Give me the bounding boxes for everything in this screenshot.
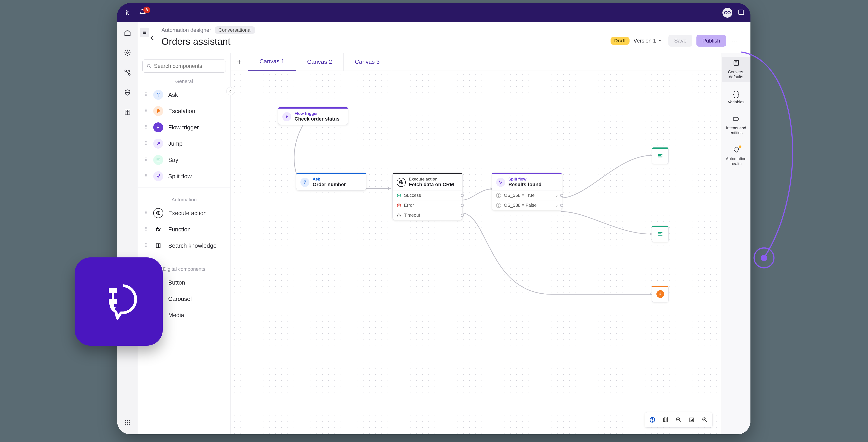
outcome-error[interactable]: Error	[393, 200, 462, 210]
chevron-right-icon: ›	[556, 203, 558, 208]
version-select[interactable]: Version 1	[633, 37, 662, 44]
bolt-icon	[282, 112, 291, 121]
branch-false[interactable]: 2 OS_338 = False ›	[492, 200, 562, 210]
page-header: Automation designer Conversational Order…	[138, 22, 750, 53]
rail-convers-defaults[interactable]: Convers. defaults	[722, 57, 750, 82]
svg-point-21	[147, 64, 150, 67]
drag-handle-icon: ⠿	[144, 173, 148, 179]
tab-canvas-3[interactable]: Canvas 3	[344, 53, 391, 70]
notifications-button[interactable]: 8	[139, 9, 146, 17]
search-field[interactable]	[154, 63, 221, 69]
svg-point-17	[129, 422, 130, 423]
svg-point-55	[652, 421, 653, 421]
svg-line-46	[399, 215, 400, 216]
node-trigger-stub[interactable]	[652, 286, 669, 302]
add-canvas-button[interactable]: +	[230, 53, 248, 70]
rail-intents[interactable]: Intents and entities	[722, 113, 750, 138]
error-icon	[397, 203, 401, 208]
rail-flows[interactable]	[123, 68, 132, 77]
minimap-button[interactable]	[659, 414, 672, 426]
svg-point-16	[127, 422, 128, 423]
palette-item-escalation[interactable]: ⠿ Escalation	[143, 103, 226, 119]
drag-handle-icon: ⠿	[144, 141, 148, 147]
rail-health[interactable]: Automation health	[722, 144, 750, 169]
palette-item-flow-trigger[interactable]: ⠿ Flow trigger	[143, 119, 226, 136]
page-title: Orders assistant	[161, 36, 255, 47]
node-flow-trigger[interactable]: Flow trigger Check order status	[278, 107, 348, 125]
function-icon: fx	[153, 225, 163, 234]
rail-variables[interactable]: { } Variables	[722, 88, 750, 108]
breadcrumb-chip[interactable]: Conversational	[215, 26, 255, 34]
app-logo[interactable]: it	[123, 8, 131, 17]
clock-icon	[397, 213, 401, 217]
zoom-out-button[interactable]	[673, 414, 685, 426]
svg-line-22	[150, 67, 151, 68]
help-button[interactable]	[646, 414, 658, 426]
escalation-icon	[153, 106, 163, 116]
rail-settings[interactable]	[123, 48, 132, 57]
breadcrumb: Automation designer Conversational	[161, 26, 255, 34]
tab-canvas-2[interactable]: Canvas 2	[296, 53, 344, 70]
palette-item-jump[interactable]: ⠿ Jump	[143, 136, 226, 152]
bolt-icon	[656, 290, 664, 298]
drag-handle-icon: ⠿	[144, 157, 148, 163]
number-1-icon: 1	[496, 193, 501, 198]
outcome-timeout[interactable]: Timeout	[393, 210, 462, 220]
node-split-flow[interactable]: Split flow Results found 1 OS_358 = True…	[492, 173, 562, 210]
rail-collapse-button[interactable]	[140, 28, 149, 37]
palette-item-ask[interactable]: ⠿ ? Ask	[143, 87, 226, 103]
save-button[interactable]: Save	[669, 35, 692, 47]
panel-toggle-icon[interactable]	[738, 9, 745, 17]
svg-point-15	[125, 422, 126, 423]
arrow-icon	[153, 139, 163, 149]
palette-item-split-flow[interactable]: ⠿ Split flow	[143, 168, 226, 184]
zoom-in-button[interactable]	[699, 414, 711, 426]
tab-canvas-1[interactable]: Canvas 1	[248, 53, 296, 70]
flow-canvas[interactable]: Flow trigger Check order status ?	[230, 71, 721, 434]
palette-item-execute-action[interactable]: ⠿ Execute action	[143, 205, 226, 221]
search-input[interactable]	[143, 59, 226, 72]
palette-item-function[interactable]: ⠿ fx Function	[143, 221, 226, 237]
breadcrumb-parent[interactable]: Automation designer	[161, 27, 211, 33]
outcome-success[interactable]: Success	[393, 190, 462, 200]
node-say-stub-2[interactable]	[652, 226, 669, 242]
rail-shield[interactable]	[123, 88, 132, 97]
svg-point-76	[761, 255, 767, 261]
number-2-icon: 2	[496, 203, 501, 208]
palette-item-search-knowledge[interactable]: ⠿ Search knowledge	[143, 237, 226, 254]
svg-point-8	[129, 70, 130, 71]
globe-icon	[397, 178, 406, 187]
svg-point-75	[754, 248, 774, 268]
rail-apps[interactable]	[123, 418, 132, 428]
avatar[interactable]: CO	[722, 8, 733, 18]
search-icon	[147, 63, 151, 69]
text-icon	[657, 152, 663, 159]
node-execute-action[interactable]: Execute action Fetch data on CRM Success	[393, 173, 463, 220]
node-ask[interactable]: ? Ask Order number	[296, 173, 366, 190]
svg-rect-0	[739, 10, 744, 14]
question-icon: ?	[301, 178, 309, 187]
braces-icon: { }	[733, 90, 739, 98]
palette-item-say[interactable]: ⠿ Say	[143, 152, 226, 168]
text-icon	[153, 155, 163, 165]
branch-true[interactable]: 1 OS_358 = True ›	[492, 190, 562, 200]
palette-section-automation: Automation	[143, 197, 226, 203]
svg-marker-34	[388, 187, 391, 190]
canvas-tabs: + Canvas 1 Canvas 2 Canvas 3	[230, 53, 721, 71]
globe-icon	[153, 208, 163, 218]
component-palette: General ⠿ ? Ask ⠿ Escalation ⠿	[138, 53, 230, 434]
check-icon	[397, 193, 401, 198]
properties-rail: Convers. defaults { } Variables Intents …	[721, 53, 750, 434]
back-button[interactable]	[149, 34, 156, 43]
rail-home[interactable]	[123, 28, 132, 37]
heart-icon	[733, 146, 740, 155]
svg-line-59	[679, 420, 681, 422]
more-menu[interactable]: ⋯	[730, 37, 739, 45]
svg-point-12	[125, 420, 126, 421]
question-icon: ?	[153, 90, 163, 100]
node-say-stub-1[interactable]	[652, 147, 669, 164]
fit-button[interactable]	[686, 414, 698, 426]
svg-rect-62	[691, 419, 692, 421]
rail-knowledge[interactable]	[123, 108, 132, 117]
publish-button[interactable]: Publish	[696, 35, 726, 47]
